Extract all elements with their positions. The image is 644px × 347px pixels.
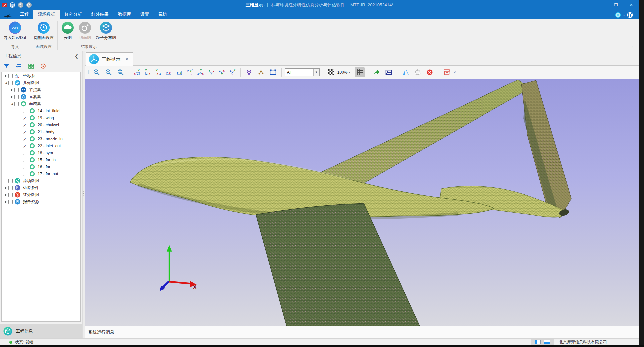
tree-checkbox[interactable] <box>23 144 27 148</box>
tree-expand-icon[interactable]: ▶ <box>10 95 14 98</box>
rotate-circle-icon[interactable] <box>413 67 423 77</box>
opacity-dropdown[interactable]: 100% ▾ <box>337 70 350 75</box>
view-iso4-icon[interactable]: zYx <box>228 67 237 77</box>
menu-item-5[interactable]: 数据库 <box>113 10 136 19</box>
view-back-icon[interactable]: Yzx <box>143 67 152 77</box>
tree-item-2[interactable]: ▶节点集 <box>2 86 80 93</box>
view-iso3-icon[interactable]: zxY <box>218 67 226 77</box>
tree-item-15[interactable]: 流场数据 <box>2 177 80 184</box>
tree-expand-icon[interactable]: ◢ <box>10 103 14 105</box>
tree-item-9[interactable]: 23 - nozzle_in <box>2 135 80 142</box>
view-bottom-icon[interactable]: zY <box>175 67 184 77</box>
tree-checkbox[interactable] <box>23 165 27 169</box>
export-dropdown-icon[interactable]: ˅ <box>454 70 456 74</box>
view-right-icon[interactable]: zYx <box>186 67 194 77</box>
tree-checkbox[interactable] <box>8 74 13 78</box>
display-window-icon[interactable] <box>615 12 621 18</box>
view-iso1-icon[interactable]: Yzx <box>196 67 205 77</box>
tree-checkbox[interactable] <box>23 116 27 120</box>
tree-expand-icon[interactable]: ▶ <box>4 74 8 77</box>
tree-item-1[interactable]: ◢几何数据 <box>2 79 80 86</box>
panel-splitter[interactable] <box>82 51 85 338</box>
zoom-fit-icon[interactable] <box>116 67 126 77</box>
tab-close-icon[interactable]: ✕ <box>123 57 129 62</box>
restore-button[interactable]: ❐ <box>608 0 624 10</box>
tab-3d-view[interactable]: 三维显示 ✕ <box>86 52 133 66</box>
display-filter-combobox[interactable]: All ▼ <box>285 68 320 76</box>
tree-checkbox[interactable] <box>23 109 27 113</box>
tree-item-8[interactable]: 21 - body <box>2 128 80 135</box>
tree-item-14[interactable]: 17 - far_out <box>2 170 80 177</box>
ribbon-button-particle[interactable]: 粒子分布图 <box>94 21 118 41</box>
tree-expand-icon[interactable]: ▶ <box>4 193 8 196</box>
snapshot-image-icon[interactable] <box>384 67 394 77</box>
tree-checkbox[interactable] <box>23 151 27 155</box>
tree-checkbox[interactable] <box>23 123 27 127</box>
tree-expand-icon[interactable]: ▶ <box>4 186 8 189</box>
window-list-dropdown-icon[interactable]: ▾ <box>623 14 625 17</box>
toolbar-drag-handle[interactable]: ‖ <box>87 70 90 75</box>
probe-camera-icon[interactable] <box>244 67 254 77</box>
tree-item-16[interactable]: ▶边界条件 <box>2 184 80 191</box>
export-box-icon[interactable] <box>442 67 452 77</box>
tree-item-4[interactable]: ◢面域集 <box>2 100 80 107</box>
new-file-icon[interactable] <box>10 2 15 8</box>
panel-collapse-icon[interactable]: ❮ <box>73 54 80 59</box>
tree-checkbox[interactable] <box>8 179 13 183</box>
menu-item-4[interactable]: 红外结果 <box>87 10 113 19</box>
tree-checkbox[interactable] <box>23 130 27 134</box>
mirror-icon[interactable] <box>401 67 411 77</box>
documents-icon[interactable] <box>627 12 633 18</box>
tree-item-5[interactable]: 14 - int_fluid <box>2 107 80 114</box>
tree-expand-icon[interactable]: ▶ <box>10 88 14 91</box>
components-grid-icon[interactable] <box>28 63 34 69</box>
tree-item-10[interactable]: 22 - inlet_out <box>2 142 80 149</box>
tree-checkbox[interactable] <box>14 88 19 92</box>
viewport-3d[interactable]: X <box>85 79 639 326</box>
filter-icon[interactable] <box>3 63 10 69</box>
tree-item-0[interactable]: ▶Yzx坐标系 <box>2 72 80 79</box>
view-front-icon[interactable]: xzY <box>133 67 141 77</box>
tree-item-6[interactable]: 19 - wing <box>2 114 80 121</box>
tree-checkbox[interactable] <box>8 186 13 190</box>
menu-item-1[interactable]: 工程 <box>15 10 33 19</box>
tree-item-7[interactable]: 20 - chuiwei <box>2 121 80 128</box>
select-rectangle-icon[interactable] <box>268 67 278 77</box>
view-left-icon[interactable]: Yxz <box>154 67 162 77</box>
ribbon-button-cloud[interactable]: 云图 <box>60 21 76 41</box>
ribbon-button-cas[interactable]: cas导入Cas/Dat <box>2 21 28 41</box>
tree-checkbox[interactable] <box>8 200 13 204</box>
view-top-icon[interactable]: zx <box>164 67 173 77</box>
tree-checkbox[interactable] <box>14 95 19 99</box>
redo-icon[interactable] <box>26 2 32 8</box>
menu-item-2[interactable]: 流场数据 <box>33 10 60 19</box>
layout-bottom-panel-icon[interactable] <box>544 340 550 344</box>
mesh-grid-toggle[interactable] <box>355 67 365 77</box>
menu-item-3[interactable]: 红外分析 <box>60 10 87 19</box>
tree-item-11[interactable]: 18 - sym <box>2 149 80 156</box>
tree-checkbox[interactable] <box>23 158 27 162</box>
locate-target-icon[interactable] <box>40 63 46 69</box>
tree-item-12[interactable]: 15 - far_in <box>2 156 80 163</box>
molecule-icon[interactable] <box>256 67 266 77</box>
tree-checkbox[interactable] <box>23 172 27 176</box>
tree-expand-icon[interactable]: ◢ <box>4 82 8 84</box>
menu-item-7[interactable]: 帮助 <box>154 10 171 19</box>
tree-checkbox[interactable] <box>14 102 19 106</box>
layout-left-panel-icon[interactable] <box>535 340 541 344</box>
undo-icon[interactable] <box>18 2 23 8</box>
collapse-all-icon[interactable] <box>16 63 22 69</box>
cancel-icon[interactable] <box>425 67 435 77</box>
app-pin-icon[interactable] <box>2 3 7 7</box>
tree-item-18[interactable]: ▶报告资源 <box>2 198 80 205</box>
combobox-dropdown-icon[interactable]: ▼ <box>313 69 319 76</box>
tree-expand-icon[interactable]: ▶ <box>4 200 8 203</box>
tree-checkbox[interactable] <box>8 81 13 85</box>
opacity-checker-icon[interactable] <box>327 67 335 77</box>
apply-arrow-icon[interactable] <box>372 67 382 77</box>
tree-checkbox[interactable] <box>8 193 13 197</box>
close-button[interactable]: ✕ <box>624 0 639 10</box>
ribbon-button-clock[interactable]: 周期面设置 <box>32 21 55 41</box>
tree-item-17[interactable]: ▶红外数据 <box>2 191 80 198</box>
minimize-button[interactable]: — <box>593 0 608 10</box>
